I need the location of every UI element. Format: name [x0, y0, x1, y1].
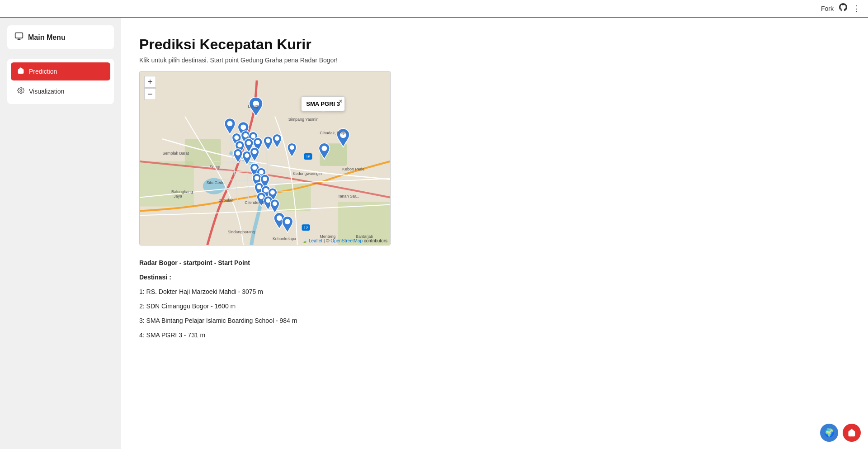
destination-title: Destinasi : — [139, 274, 171, 281]
destination-3: 3: SMA Bintang Pelajar Islamic Boarding … — [139, 314, 850, 327]
destination-4: 4: SMA PGRI 3 - 731 m — [139, 329, 850, 341]
more-options-icon[interactable]: ⋮ — [853, 4, 861, 14]
svg-text:Sindangbarang: Sindangbarang — [227, 230, 255, 234]
svg-rect-0 — [15, 33, 23, 38]
sidebar-item-visualization[interactable]: Visualization — [11, 82, 110, 100]
info-section: Radar Bogor - startpoint - Start Point D… — [139, 256, 850, 341]
github-icon[interactable] — [839, 3, 847, 14]
svg-point-26 — [321, 146, 327, 151]
svg-text:15: 15 — [306, 155, 311, 159]
sidebar-divider — [7, 55, 114, 55]
map-popup: × SMA PGRI 3 — [301, 96, 345, 111]
svg-point-30 — [263, 177, 267, 181]
svg-point-34 — [259, 195, 264, 199]
svg-text:Jaya: Jaya — [174, 194, 182, 199]
svg-text:Kebon Pede: Kebon Pede — [342, 167, 364, 171]
svg-point-37 — [277, 215, 282, 221]
svg-text:Situ Gede: Situ Gede — [207, 180, 225, 185]
action-button[interactable] — [843, 424, 861, 442]
svg-text:Simpang Yasmin: Simpang Yasmin — [288, 117, 319, 122]
svg-point-27 — [252, 165, 257, 170]
svg-text:Lurug: Lurug — [248, 104, 258, 109]
sidebar-item-prediction[interactable]: Prediction — [11, 62, 110, 80]
fork-label: Fork — [821, 5, 834, 12]
top-bar: Fork ⋮ — [0, 0, 868, 18]
map-attribution: 🍃 Leaflet | © OpenStreetMap contributors — [302, 238, 387, 243]
popup-close-button[interactable]: × — [339, 98, 342, 104]
svg-point-38 — [285, 219, 290, 224]
sidebar-title: Main Menu — [28, 33, 66, 42]
sidebar-item-label-prediction: Prediction — [29, 68, 57, 75]
sidebar: Main Menu Prediction Visualization — [0, 0, 121, 449]
avatar[interactable]: 🌍 — [820, 424, 838, 442]
sidebar-header: Main Menu — [7, 25, 114, 49]
svg-text:12: 12 — [304, 226, 308, 230]
destination-2: 2: SDN Cimanggu Bogor - 1600 m — [139, 300, 850, 312]
map-container[interactable]: Semplak Barat Lurug Simpang Yasmin Cibad… — [139, 71, 391, 246]
start-point-label: Radar Bogor - startpoint - Start Point — [139, 259, 250, 266]
svg-point-15 — [243, 133, 248, 137]
svg-point-3 — [20, 90, 22, 91]
destination-label: Destinasi : — [139, 271, 850, 284]
svg-point-20 — [236, 151, 240, 156]
svg-point-28 — [259, 170, 264, 175]
svg-point-16 — [251, 134, 255, 138]
start-point-text: Radar Bogor - startpoint - Start Point — [139, 256, 850, 269]
svg-point-32 — [264, 188, 268, 193]
osm-link[interactable]: OpenStreetMap — [330, 238, 363, 243]
svg-point-22 — [252, 150, 257, 154]
monitor-icon — [14, 32, 24, 43]
svg-rect-6 — [140, 161, 193, 206]
svg-point-31 — [257, 185, 261, 189]
svg-text:Cilendek B...: Cilendek B... — [245, 200, 268, 205]
svg-point-21 — [245, 153, 249, 158]
svg-point-14 — [234, 135, 239, 140]
home-icon — [17, 67, 24, 76]
svg-point-23 — [266, 138, 270, 143]
gear-icon — [17, 87, 24, 96]
map-svg: Semplak Barat Lurug Simpang Yasmin Cibad… — [140, 71, 390, 245]
svg-point-29 — [255, 176, 259, 180]
svg-text:Bubulak: Bubulak — [219, 198, 234, 203]
leaflet-link[interactable]: Leaflet — [309, 238, 322, 243]
map-controls: + − — [144, 76, 156, 100]
svg-point-36 — [273, 202, 277, 206]
svg-text:Semplak Barat: Semplak Barat — [162, 151, 189, 156]
zoom-in-button[interactable]: + — [144, 76, 156, 88]
svg-point-19 — [255, 140, 260, 144]
svg-point-13 — [241, 124, 246, 130]
leaflet-icon: 🍃 — [302, 238, 307, 243]
svg-point-18 — [246, 141, 251, 145]
svg-text:Tanah Sar...: Tanah Sar... — [338, 194, 359, 199]
bottom-bar: 🌍 — [820, 424, 861, 442]
page-title: Prediksi Kecepatan Kurir — [139, 36, 850, 53]
svg-point-12 — [227, 121, 232, 126]
svg-text:Balungbang: Balungbang — [171, 189, 193, 194]
page-subtitle: Klik untuk pilih destinasi. Start point … — [139, 57, 850, 64]
svg-text:Cibadak, Bogor: Cibadak, Bogor — [320, 131, 348, 135]
svg-point-24 — [275, 136, 279, 141]
destination-1: 1: RS. Dokter Haji Marzoeki Mahdi - 3075… — [139, 285, 850, 298]
svg-point-25 — [290, 145, 294, 150]
svg-point-33 — [270, 190, 275, 195]
zoom-out-button[interactable]: − — [144, 88, 156, 100]
main-content: Prediksi Kecepatan Kurir Klik untuk pili… — [121, 0, 868, 449]
sidebar-menu: Prediction Visualization — [7, 59, 114, 104]
svg-point-17 — [237, 143, 242, 147]
svg-text:Semp...: Semp... — [210, 165, 224, 169]
popup-text: SMA PGRI 3 — [306, 100, 340, 107]
svg-text:Kedungwaringin: Kedungwaringin — [293, 171, 322, 176]
svg-text:Kebonkelapa: Kebonkelapa — [273, 236, 296, 241]
sidebar-item-label-visualization: Visualization — [29, 88, 64, 95]
